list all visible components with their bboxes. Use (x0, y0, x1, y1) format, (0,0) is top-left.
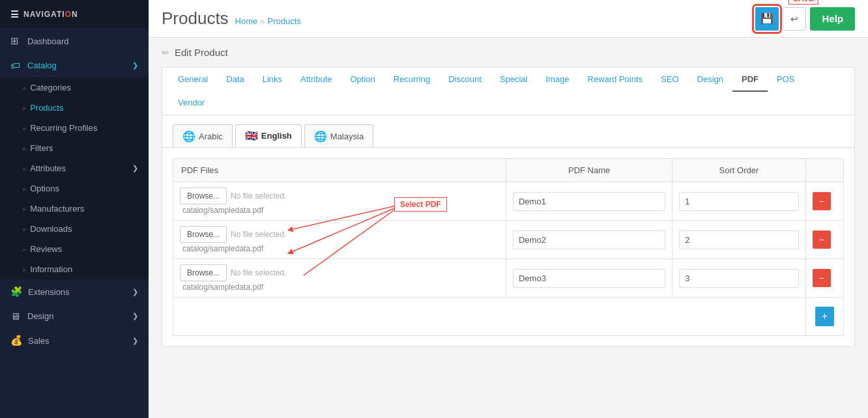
page-title: Products (162, 8, 229, 29)
filters-label: Filters (30, 143, 53, 153)
pdf-content: Select PDF (162, 148, 854, 346)
attributes-label: Attributes (30, 163, 66, 173)
information-label: Information (30, 264, 72, 274)
name-cell-1 (506, 182, 672, 221)
file-path-2: catalog/sampledata.pdf (180, 244, 499, 253)
add-action-cell: + (805, 298, 843, 336)
extensions-label: Extensions (28, 287, 70, 297)
tab-attribute[interactable]: Attribute (291, 68, 341, 92)
sidebar-item-recurring-profiles[interactable]: Recurring Profiles (0, 118, 149, 138)
arabic-flag-icon: 🌐 (182, 130, 195, 143)
lang-tab-arabic[interactable]: 🌐 Arabic (173, 124, 233, 147)
remove-button-2[interactable]: − (813, 230, 831, 249)
select-pdf-annotation: Select PDF (394, 197, 447, 212)
tab-general[interactable]: General (169, 68, 217, 92)
tab-seo[interactable]: SEO (652, 68, 687, 92)
sidebar-item-options[interactable]: Options (0, 178, 149, 199)
table-row: Browse... No file selected. catalog/samp… (173, 221, 844, 259)
file-cell-2: Browse... No file selected. catalog/samp… (173, 221, 506, 259)
sales-arrow-icon: ❯ (132, 337, 138, 345)
sidebar-item-sales[interactable]: 💰 Sales ❯ (0, 328, 149, 353)
file-path-3: catalog/sampledata.pdf (180, 283, 499, 292)
action-cell-1: − (805, 182, 843, 221)
sidebar-item-filters[interactable]: Filters (0, 138, 149, 158)
browse-button-1[interactable]: Browse... (180, 188, 227, 204)
manufacturers-label: Manufacturers (30, 204, 84, 214)
topbar-actions: SAVE 💾 ↩ Help (755, 7, 855, 31)
malaysia-label: Malaysia (330, 132, 364, 141)
breadcrumb-home[interactable]: Home (235, 16, 258, 26)
tab-reward-points[interactable]: Reward Points (579, 68, 652, 92)
sidebar-item-design[interactable]: 🖥 Design ❯ (0, 304, 149, 328)
pdf-name-input-3[interactable] (513, 269, 665, 288)
sort-order-input-1[interactable] (679, 192, 798, 211)
breadcrumb: Home » Products (235, 16, 301, 26)
pdf-name-input-1[interactable] (513, 192, 665, 211)
sidebar-item-catalog[interactable]: 🏷 Catalog ❯ (0, 53, 149, 77)
browse-button-3[interactable]: Browse... (180, 264, 227, 281)
sort-cell-1 (673, 182, 805, 221)
col-header-files: PDF Files (173, 159, 506, 182)
tab-data[interactable]: Data (217, 68, 253, 92)
browse-button-2[interactable]: Browse... (180, 226, 227, 243)
sort-order-input-2[interactable] (679, 230, 798, 249)
sidebar-item-products[interactable]: Products (0, 98, 149, 118)
save-button[interactable]: 💾 (755, 7, 779, 31)
sidebar-item-label: Catalog (27, 61, 57, 70)
tab-links[interactable]: Links (253, 68, 291, 92)
table-row: Browse... No file selected. catalog/samp… (173, 182, 844, 221)
sales-icon: 💰 (10, 335, 23, 346)
sidebar-item-information[interactable]: Information (0, 259, 149, 279)
sidebar-item-attributes[interactable]: Attributes ❯ (0, 158, 149, 178)
add-button[interactable]: + (815, 307, 834, 326)
lang-tab-english[interactable]: 🇬🇧 English (235, 124, 302, 147)
topbar-left: Products Home » Products (162, 8, 301, 29)
tab-discount[interactable]: Discount (439, 68, 491, 92)
tab-image[interactable]: Image (536, 68, 578, 92)
sidebar-item-reviews[interactable]: Reviews (0, 239, 149, 259)
file-cell-1: Browse... No file selected. catalog/samp… (173, 182, 506, 221)
tab-vendor[interactable]: Vendor (169, 91, 214, 115)
breadcrumb-sep: » (260, 16, 265, 26)
topbar: Products Home » Products SAVE 💾 ↩ Help (149, 0, 868, 38)
sidebar-item-downloads[interactable]: Downloads (0, 219, 149, 239)
sidebar-item-manufacturers[interactable]: Manufacturers (0, 199, 149, 219)
lang-tabs: 🌐 Arabic 🇬🇧 English 🌐 Malaysia (162, 115, 854, 148)
remove-button-3[interactable]: − (813, 269, 831, 287)
no-file-text-2: No file selected. (231, 230, 286, 239)
edit-product-title: Edit Product (175, 47, 228, 58)
action-cell-3: − (805, 259, 843, 298)
help-button[interactable]: Help (810, 7, 855, 31)
malaysia-flag-icon: 🌐 (314, 130, 327, 143)
recurring-profiles-label: Recurring Profiles (30, 123, 97, 133)
sidebar-item-extensions[interactable]: 🧩 Extensions ❯ (0, 279, 149, 304)
tab-recurring[interactable]: Recurring (384, 68, 439, 92)
add-cell (173, 298, 806, 336)
remove-button-1[interactable]: − (813, 192, 831, 210)
nav-header: ☰ NAVIGATION (0, 0, 149, 29)
sort-order-input-3[interactable] (679, 269, 798, 288)
sales-label: Sales (28, 336, 50, 346)
tab-design[interactable]: Design (688, 68, 732, 92)
breadcrumb-current[interactable]: Products (268, 16, 301, 26)
tab-pdf[interactable]: PDF (732, 68, 768, 92)
categories-label: Categories (30, 83, 71, 92)
pdf-name-input-2[interactable] (513, 230, 665, 249)
dashboard-icon: ⊞ (10, 35, 22, 47)
tab-special[interactable]: Special (491, 68, 537, 92)
back-button[interactable]: ↩ (783, 7, 806, 31)
products-label: Products (30, 103, 63, 113)
sidebar-item-dashboard[interactable]: ⊞ Dashboard (0, 29, 149, 53)
sidebar-item-categories[interactable]: Categories (0, 77, 149, 98)
sidebar: ☰ NAVIGATION ⊞ Dashboard 🏷 Catalog ❯ Cat… (0, 0, 149, 418)
file-cell-3: Browse... No file selected. catalog/samp… (173, 259, 506, 298)
product-card: General Data Links Attribute Option Recu… (162, 67, 855, 347)
tab-pos[interactable]: POS (768, 68, 803, 92)
lang-tab-malaysia[interactable]: 🌐 Malaysia (304, 124, 373, 147)
tab-option[interactable]: Option (341, 68, 384, 92)
english-label: English (261, 131, 292, 141)
pdf-table: PDF Files PDF Name Sort Order (173, 158, 844, 336)
pencil-icon: ✏ (162, 48, 169, 58)
extensions-icon: 🧩 (10, 286, 23, 298)
extensions-arrow-icon: ❯ (132, 288, 138, 296)
